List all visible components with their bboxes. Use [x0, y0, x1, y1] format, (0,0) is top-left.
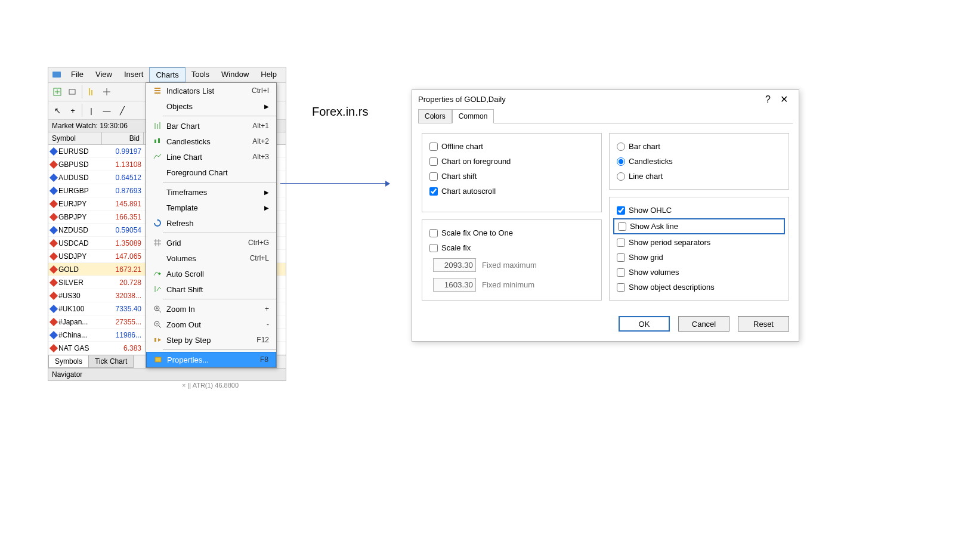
- chk-show-ask-line[interactable]: Show Ask line: [618, 222, 780, 231]
- radio-line-chart[interactable]: Line chart: [617, 172, 781, 181]
- menu-charts[interactable]: Charts: [149, 67, 185, 82]
- menu-item-label: Bar Chart: [164, 122, 252, 131]
- menu-item-auto-scroll[interactable]: Auto Scroll: [146, 266, 276, 281]
- menu-item-timeframes[interactable]: Timeframes▶: [146, 184, 276, 200]
- menu-shortcut: +: [265, 305, 271, 313]
- chk-show-object-descriptions[interactable]: Show object descriptions: [617, 283, 781, 292]
- annotation-arrow: [280, 183, 388, 184]
- bid-value: 1.13108: [102, 160, 144, 169]
- menu-item-template[interactable]: Template▶: [146, 200, 276, 215]
- chk-chart-autoscroll[interactable]: Chart autoscroll: [429, 187, 594, 196]
- menu-item-refresh[interactable]: Refresh: [146, 215, 276, 231]
- col-symbol[interactable]: Symbol: [48, 132, 102, 144]
- chk-label: Show volumes: [629, 268, 679, 277]
- menu-item-bar-chart[interactable]: Bar ChartAlt+1: [146, 118, 276, 134]
- svg-rect-33: [155, 357, 161, 362]
- navigator-panel-header: Navigator: [48, 368, 286, 380]
- tab-colors[interactable]: Colors: [418, 109, 452, 123]
- hline-tool[interactable]: —: [100, 103, 114, 117]
- help-button[interactable]: ?: [760, 94, 775, 105]
- tab-symbols[interactable]: Symbols: [48, 355, 89, 368]
- menu-item-indicators-list[interactable]: Indicators ListCtrl+I: [146, 83, 276, 98]
- bid-value: 145.891: [102, 200, 144, 208]
- symbol-label: NAT GAS: [58, 344, 89, 352]
- bid-value: 11986...: [102, 331, 144, 339]
- menu-item-zoom-out[interactable]: Zoom Out-: [146, 317, 276, 332]
- menubar: FileViewInsertChartsToolsWindowHelp: [48, 67, 286, 83]
- bid-value: 7335.40: [102, 305, 144, 313]
- chk-show-grid[interactable]: Show grid: [617, 253, 781, 262]
- fixed-min-input[interactable]: [433, 278, 476, 292]
- ok-button[interactable]: OK: [619, 316, 670, 332]
- reset-button[interactable]: Reset: [738, 316, 789, 332]
- tab-common[interactable]: Common: [452, 109, 494, 123]
- svg-rect-9: [154, 88, 160, 89]
- menu-item-chart-shift[interactable]: Chart Shift: [146, 281, 276, 297]
- diamond-icon: [50, 186, 58, 194]
- menu-item-candlesticks[interactable]: CandlesticksAlt+2: [146, 134, 276, 149]
- close-button[interactable]: ✕: [775, 94, 793, 105]
- radio-candlesticks[interactable]: Candlesticks: [617, 157, 781, 166]
- dialog-tabs: Colors Common: [412, 109, 799, 123]
- menu-item-label: Refresh: [164, 219, 271, 228]
- menu-item-label: Line Chart: [164, 153, 252, 162]
- profiles-btn[interactable]: [66, 85, 80, 99]
- menu-file[interactable]: File: [65, 67, 89, 82]
- menu-item-label: Properties...: [165, 355, 260, 364]
- menu-view[interactable]: View: [89, 67, 118, 82]
- menu-tools[interactable]: Tools: [186, 67, 215, 82]
- diamond-icon: [50, 212, 58, 221]
- col-bid[interactable]: Bid: [102, 132, 144, 144]
- menu-item-line-chart[interactable]: Line ChartAlt+3: [146, 149, 276, 165]
- cancel-button[interactable]: Cancel: [678, 316, 729, 332]
- chart-type-group: Bar chartCandlesticksLine chart: [609, 133, 789, 190]
- chk-chart-shift[interactable]: Chart shift: [429, 172, 594, 181]
- crosshair-tool[interactable]: +: [66, 103, 80, 117]
- menu-item-foreground-chart[interactable]: Foreground Chart: [146, 165, 276, 180]
- menu-item-properties-[interactable]: Properties...F8: [146, 352, 276, 367]
- chk-scale-one[interactable]: Scale fix One to One: [429, 228, 594, 237]
- menu-item-grid[interactable]: GridCtrl+G: [146, 235, 276, 250]
- chk-label: Show grid: [629, 253, 663, 262]
- bid-value: 6.383: [102, 344, 144, 352]
- radio-label: Line chart: [629, 172, 663, 181]
- submenu-arrow-icon: ▶: [264, 103, 271, 110]
- market-watch-btn[interactable]: [84, 85, 98, 99]
- menu-item-volumes[interactable]: VolumesCtrl+L: [146, 250, 276, 266]
- crosshair-btn[interactable]: [100, 85, 114, 99]
- fixed-max-input[interactable]: [433, 258, 476, 272]
- chk-offline-chart[interactable]: Offline chart: [429, 142, 594, 151]
- svg-line-29: [159, 326, 161, 328]
- diamond-icon: [50, 291, 58, 299]
- chk-chart-on-foreground[interactable]: Chart on foreground: [429, 157, 594, 166]
- menu-item-label: Timeframes: [164, 188, 264, 197]
- chk-show-ohlc[interactable]: Show OHLC: [617, 206, 781, 215]
- menu-item-label: Auto Scroll: [164, 270, 271, 278]
- radio-bar-chart[interactable]: Bar chart: [617, 142, 781, 151]
- new-chart-btn[interactable]: [50, 85, 64, 99]
- menu-item-zoom-in[interactable]: Zoom In+: [146, 301, 276, 317]
- chk-show-volumes[interactable]: Show volumes: [617, 268, 781, 277]
- chk-show-period-separators[interactable]: Show period separators: [617, 238, 781, 247]
- menu-item-step-by-step[interactable]: Step by StepF12: [146, 332, 276, 348]
- menu-shortcut: F12: [256, 336, 271, 344]
- show-options-group: Show OHLCShow Ask lineShow period separa…: [609, 197, 789, 301]
- menu-help[interactable]: Help: [255, 67, 283, 82]
- chk-scale-fix[interactable]: Scale fix: [429, 243, 594, 252]
- menu-window[interactable]: Window: [215, 67, 255, 82]
- tab-tick-chart[interactable]: Tick Chart: [88, 355, 134, 368]
- bars-icon: [151, 122, 164, 130]
- zoomout-icon: [151, 320, 164, 329]
- menu-insert[interactable]: Insert: [118, 67, 150, 82]
- vline-tool[interactable]: |: [84, 103, 98, 117]
- menu-item-label: Objects: [164, 102, 264, 111]
- radio-label: Candlesticks: [629, 157, 673, 166]
- menu-item-objects[interactable]: Objects▶: [146, 98, 276, 114]
- symbol-label: #US30: [58, 292, 81, 300]
- props-icon: [152, 355, 165, 364]
- trendline-tool[interactable]: ╱: [115, 103, 129, 117]
- bid-value: 1673.21: [102, 265, 144, 274]
- cursor-btn[interactable]: ↖: [50, 103, 64, 117]
- symbol-label: USDCAD: [58, 239, 89, 247]
- step-icon: [151, 336, 164, 344]
